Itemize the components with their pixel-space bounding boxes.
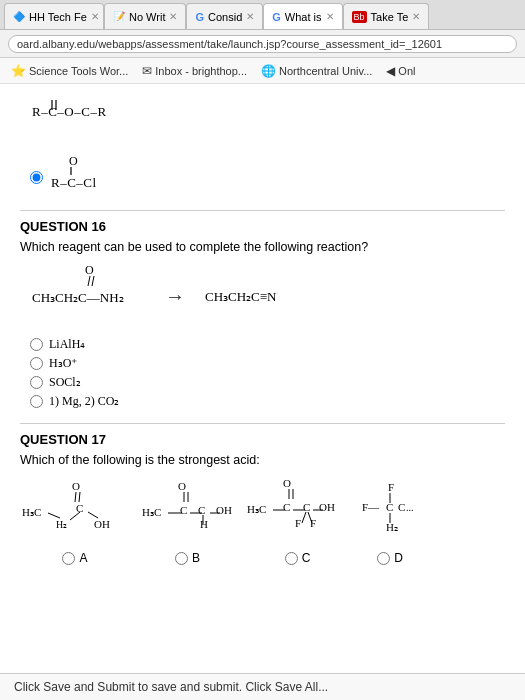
product-nitrile: CH₃CH₂C≡N [205,289,277,305]
acid-a-label: A [79,551,87,565]
bookmark-icon-onl: ◀ [386,64,395,78]
svg-text:O: O [72,480,80,492]
question-16-section: QUESTION 16 Which reagent can be used to… [20,210,505,409]
q16-option-b[interactable]: H₃O⁺ [30,356,505,371]
svg-text:C: C [180,504,187,516]
structure-rcocr: R–C–O–C–R [30,94,505,143]
acid-d-svg: F C H₂ F— C ... [360,477,420,545]
q16-option-d-label: 1) Mg, 2) CO₂ [49,394,119,409]
q16-option-d[interactable]: 1) Mg, 2) CO₂ [30,394,505,409]
question-17-title: QUESTION 17 [20,423,505,447]
tab-label-nowrit: No Writ [129,11,165,23]
tab-close-nowrit[interactable]: ✕ [169,11,177,22]
svg-text:H₂: H₂ [386,521,398,533]
svg-text:H₃C: H₃C [247,503,266,515]
bookmark-icon-science: ⭐ [11,64,26,78]
bookmark-onl[interactable]: ◀ Onl [381,62,420,80]
svg-text:C: C [386,501,393,513]
radio-q17-d[interactable] [377,552,390,565]
tab-hhtech[interactable]: 🔷 HH Tech Fe ✕ [4,3,104,29]
bookmark-label-onl: Onl [398,65,415,77]
svg-text:H: H [200,518,208,530]
acid-b-option: O H₃C C C H OH [140,480,235,565]
acid-a-option: O H₃C H₂ C OH A [20,480,130,565]
svg-text:R–C–O–C–R: R–C–O–C–R [32,104,107,119]
tab-close-whatis[interactable]: ✕ [326,11,334,22]
svg-line-14 [48,513,60,518]
acid-b-radio-row: B [175,551,200,565]
tab-close-hhtech[interactable]: ✕ [91,11,99,22]
footer-bar: Click Save and Submit to save and submit… [0,673,525,700]
radio-q16-b[interactable] [30,357,43,370]
q16-option-b-label: H₃O⁺ [49,356,77,371]
svg-line-43 [302,512,306,523]
acid-d-label: D [394,551,403,565]
acid-c-svg: O H₃C C C OH F F [245,477,350,545]
bookmark-inbox[interactable]: ✉ Inbox - brighthop... [137,62,252,80]
tab-label-whatis: What is [285,11,322,23]
address-bar: oard.albany.edu/webapps/assessment/take/… [0,30,525,58]
q16-option-a[interactable]: LiAlH₄ [30,337,505,352]
main-content: R–C–O–C–R O R–C–Cl QUESTION 16 [0,84,525,589]
svg-text:O: O [85,264,94,277]
bookmark-science-tools[interactable]: ⭐ Science Tools Wor... [6,62,133,80]
amide-svg: O CH₃CH₂C—NH₂ [30,264,145,329]
q16-options: LiAlH₄ H₃O⁺ SOCl₂ 1) Mg, 2) CO₂ [30,337,505,409]
svg-text:H₃C: H₃C [142,506,161,518]
radio-q16-a[interactable] [30,338,43,351]
acid-d-radio-row: D [377,551,403,565]
radio-q17-c[interactable] [285,552,298,565]
svg-line-11 [75,492,76,502]
q16-option-a-label: LiAlH₄ [49,337,85,352]
reaction-arrow: → [160,285,190,308]
svg-text:C: C [303,501,310,513]
bookmark-icon-inbox: ✉ [142,64,152,78]
svg-text:OH: OH [319,501,335,513]
question-16-title: QUESTION 16 [20,210,505,234]
radio-q16-c[interactable] [30,376,43,389]
svg-text:O: O [283,477,291,489]
tab-nowrit[interactable]: 📝 No Writ ✕ [104,3,186,29]
browser-tabs-bar: 🔷 HH Tech Fe ✕ 📝 No Writ ✕ G Consid ✕ G … [0,0,525,30]
tab-icon-hhtech: 🔷 [13,11,25,22]
question-17-text: Which of the following is the strongest … [20,453,505,467]
tab-label-consid: Consid [208,11,242,23]
prev-question-structures: R–C–O–C–R O R–C–Cl [20,94,505,200]
radio-q17-a[interactable] [62,552,75,565]
acid-a-radio-row: A [62,551,87,565]
reactant-amide: O CH₃CH₂C—NH₂ [30,264,145,329]
svg-line-7 [88,276,90,286]
acids-structures-row: O H₃C H₂ C OH A [20,477,505,565]
acid-c-label: C [302,551,311,565]
radio-q17-b[interactable] [175,552,188,565]
bookmark-northcentral[interactable]: 🌐 Northcentral Univ... [256,62,377,80]
svg-text:C: C [398,501,405,513]
tab-consid[interactable]: G Consid ✕ [186,3,263,29]
tab-icon-takete: Bb [352,11,367,23]
acid-b-svg: O H₃C C C H OH [140,480,235,545]
tab-takete[interactable]: Bb Take Te ✕ [343,3,430,29]
svg-text:F: F [388,481,394,493]
svg-text:R–C–Cl: R–C–Cl [51,175,97,190]
tab-whatis[interactable]: G What is ✕ [263,3,342,29]
radio-prev-rccl[interactable] [30,171,43,184]
acid-a-svg: O H₃C H₂ C OH [20,480,130,545]
bookmark-label-science: Science Tools Wor... [29,65,128,77]
tab-close-takete[interactable]: ✕ [412,11,420,22]
tab-icon-nowrit: 📝 [113,11,125,22]
url-input[interactable]: oard.albany.edu/webapps/assessment/take/… [8,35,517,53]
svg-text:C: C [76,502,83,514]
acid-b-label: B [192,551,200,565]
tab-label-hhtech: HH Tech Fe [29,11,87,23]
structure-rccl: O R–C–Cl [30,155,505,200]
svg-text:O: O [69,155,78,168]
tab-close-consid[interactable]: ✕ [246,11,254,22]
svg-text:F: F [295,517,301,529]
q16-option-c[interactable]: SOCl₂ [30,375,505,390]
acid-d-option: F C H₂ F— C ... D [360,477,420,565]
svg-text:C: C [198,504,205,516]
radio-q16-d[interactable] [30,395,43,408]
question-16-text: Which reagent can be used to complete th… [20,240,505,254]
rcocr-svg: R–C–O–C–R [30,94,130,139]
acid-c-radio-row: C [285,551,311,565]
